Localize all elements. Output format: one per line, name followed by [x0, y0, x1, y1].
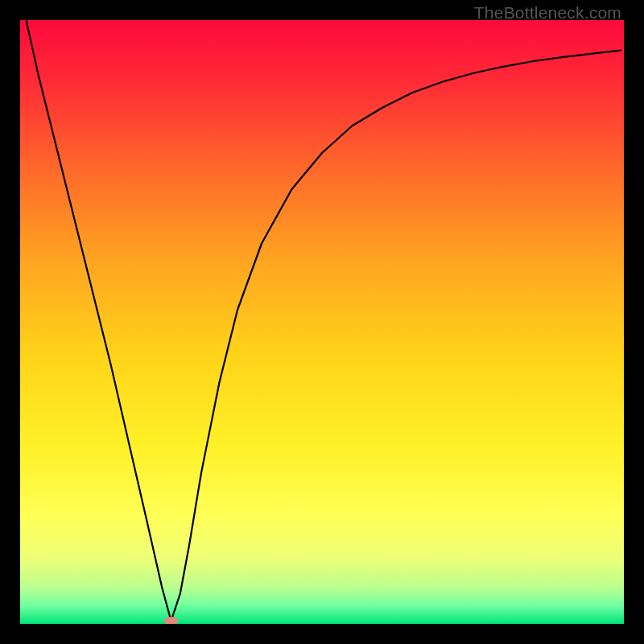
chart-plot-area: [20, 20, 624, 624]
chart-background: [20, 20, 624, 624]
chart-svg: [20, 20, 624, 624]
